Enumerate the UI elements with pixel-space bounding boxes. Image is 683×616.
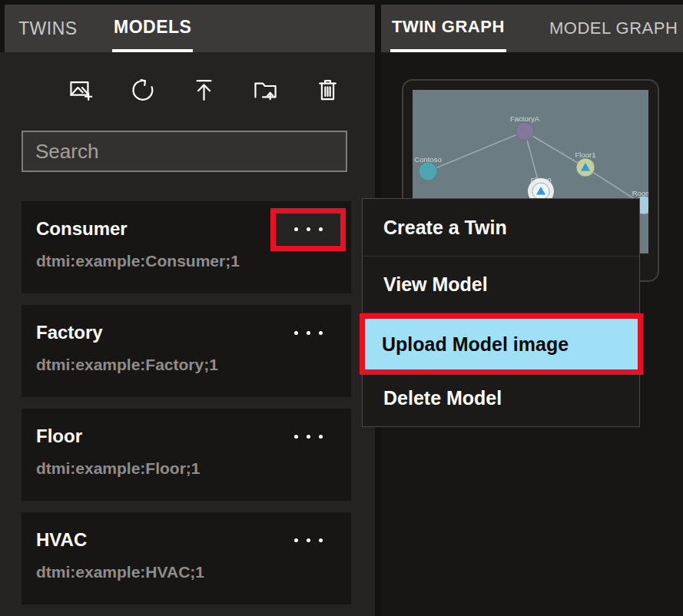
model-card-consumer[interactable]: Consumer dtmi:example:Consumer;1	[22, 201, 351, 293]
model-context-menu: Create a Twin View Model Upload Model im…	[362, 198, 640, 427]
menu-item-upload-model-image[interactable]: Upload Model image	[363, 313, 639, 369]
refresh-models-button[interactable]	[125, 73, 159, 107]
ellipsis-icon	[294, 435, 298, 439]
tab-twin-graph[interactable]: TWIN GRAPH	[390, 5, 506, 52]
trash-icon	[315, 78, 340, 103]
left-panel-tabbar: TWINS MODELS	[5, 5, 375, 52]
model-id: dtmi:example:Consumer;1	[36, 252, 240, 270]
refresh-icon	[130, 78, 155, 103]
svg-text:Contoso: Contoso	[414, 155, 441, 164]
model-card-factory[interactable]: Factory dtmi:example:Factory;1	[22, 305, 351, 397]
model-options-button[interactable]	[276, 316, 340, 349]
delete-all-models-button[interactable]	[310, 73, 344, 107]
svg-text:Room1: Room1	[632, 189, 648, 197]
upload-model-button[interactable]	[187, 73, 221, 107]
upload-model-images-button[interactable]	[64, 73, 98, 107]
svg-text:FactoryA: FactoryA	[510, 114, 540, 123]
model-options-button[interactable]	[276, 213, 340, 245]
tab-twins[interactable]: TWINS	[17, 5, 79, 52]
upload-models-directory-button[interactable]	[249, 73, 283, 107]
upload-arrow-icon	[191, 78, 217, 103]
menu-item-create-a-twin[interactable]: Create a Twin	[363, 199, 639, 256]
svg-text:Floor1: Floor1	[575, 151, 596, 159]
model-name: Floor	[36, 426, 82, 447]
menu-item-delete-model[interactable]: Delete Model	[363, 369, 639, 426]
model-card-hvac[interactable]: HVAC dtmi:example:HVAC;1	[22, 512, 351, 604]
models-toolbar	[64, 73, 344, 108]
right-panel-tabbar: TWIN GRAPH MODEL GRAPH	[381, 5, 683, 52]
models-panel: Consumer dtmi:example:Consumer;1 Factory…	[0, 52, 375, 616]
ellipsis-icon	[294, 331, 298, 335]
model-options-button[interactable]	[276, 420, 340, 452]
model-id: dtmi:example:Factory;1	[36, 356, 218, 374]
upload-model-image-icon	[68, 78, 94, 103]
ellipsis-icon	[294, 227, 298, 231]
model-id: dtmi:example:Floor;1	[36, 459, 201, 478]
tab-models[interactable]: MODELS	[112, 5, 193, 52]
menu-item-view-model[interactable]: View Model	[363, 256, 639, 313]
model-options-button[interactable]	[276, 524, 340, 556]
folder-upload-icon	[253, 78, 278, 103]
model-name: Consumer	[36, 218, 128, 240]
model-list: Consumer dtmi:example:Consumer;1 Factory…	[22, 201, 351, 604]
model-id: dtmi:example:HVAC;1	[36, 563, 204, 581]
model-card-floor[interactable]: Floor dtmi:example:Floor;1	[22, 409, 351, 501]
model-search-input[interactable]	[22, 131, 347, 172]
model-name: HVAC	[36, 529, 87, 551]
svg-text:Floor0: Floor0	[531, 176, 552, 184]
tab-model-graph[interactable]: MODEL GRAPH	[548, 5, 679, 52]
ellipsis-icon	[294, 538, 298, 542]
model-name: Factory	[36, 322, 103, 343]
